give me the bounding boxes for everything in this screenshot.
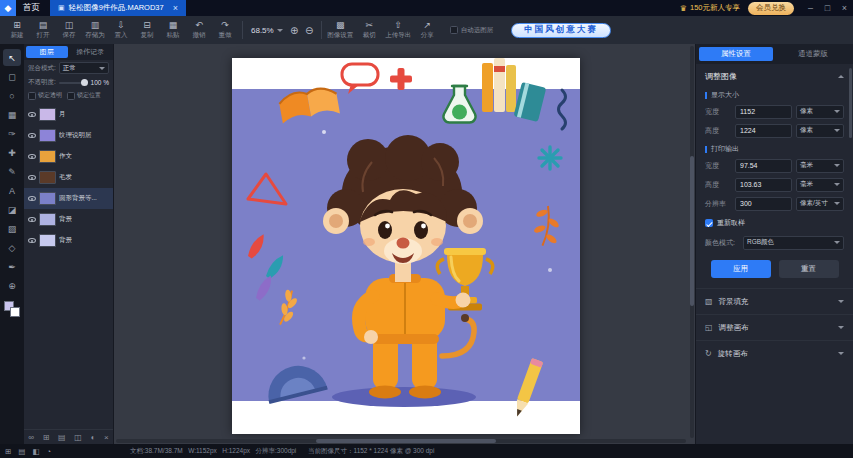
save-button[interactable]: ◫保存 <box>56 20 82 40</box>
save-as-button[interactable]: ▥存储为 <box>82 20 108 40</box>
eye-icon[interactable] <box>28 196 36 202</box>
zoom-tool[interactable]: ⊕ <box>3 277 21 294</box>
layer-row[interactable]: 背景 <box>24 230 113 251</box>
copy-button[interactable]: ⊟复制 <box>134 20 160 40</box>
move-tool[interactable]: ↖ <box>3 49 21 66</box>
layer-row[interactable]: 月 <box>24 104 113 125</box>
text-tool[interactable]: A <box>3 182 21 199</box>
zoom-in-button[interactable]: ⊕ <box>287 25 302 36</box>
eye-icon[interactable] <box>28 112 36 118</box>
layer-row[interactable]: 毛发 <box>24 167 113 188</box>
zoom-level-dropdown[interactable]: 68.5% <box>247 26 287 35</box>
maximize-button[interactable]: □ <box>819 0 836 16</box>
resolution-unit-select[interactable]: 像素/英寸 <box>796 197 844 211</box>
layer-row[interactable]: 背景 <box>24 209 113 230</box>
eye-icon[interactable] <box>28 238 36 244</box>
close-tab-icon[interactable]: × <box>173 4 178 13</box>
vertical-scrollbar[interactable] <box>690 46 694 438</box>
shape-tool[interactable]: ◇ <box>3 239 21 256</box>
delete-layer-icon[interactable]: × <box>104 433 109 442</box>
panels-icon[interactable]: ▤ <box>18 447 25 456</box>
gradient-tool[interactable]: ▨ <box>3 220 21 237</box>
add-layer-icon[interactable]: ⊞ <box>43 433 50 442</box>
display-width-unit-select[interactable]: 像素 <box>796 105 844 119</box>
eye-icon[interactable] <box>28 154 36 160</box>
print-height-unit-select[interactable]: 毫米 <box>796 178 844 192</box>
resolution-input[interactable] <box>735 197 792 211</box>
opacity-slider[interactable] <box>59 82 88 84</box>
adjust-image-section-header[interactable]: 调整图像 <box>696 64 853 86</box>
tab-channels[interactable]: 通道蒙版 <box>776 47 850 61</box>
crop-action-button[interactable]: ✂裁切 <box>355 20 384 40</box>
panel-scrollbar-thumb[interactable] <box>849 68 852 138</box>
lasso-tool[interactable]: ○ <box>3 87 21 104</box>
lock-position-checkbox[interactable] <box>67 92 75 100</box>
opacity-slider-knob[interactable] <box>81 79 88 86</box>
tab-history[interactable]: 操作记录 <box>70 46 112 58</box>
resample-toggle[interactable]: 重新取样 <box>696 213 853 233</box>
mask-layer-icon[interactable]: ◫ <box>74 433 82 442</box>
brush-tool[interactable]: ✎ <box>3 163 21 180</box>
layer-row[interactable]: 作文 <box>24 146 113 167</box>
document-tab[interactable]: ▣ 轻松图像9件作品.MAROD37 × <box>50 0 186 16</box>
tab-layers[interactable]: 图层 <box>26 46 68 58</box>
background-color-swatch[interactable] <box>10 307 20 317</box>
horizontal-scrollbar-thumb[interactable] <box>316 439 496 443</box>
redo-button[interactable]: ↷重做 <box>212 20 238 40</box>
upload-export-button[interactable]: ⇧上传导出 <box>384 20 413 40</box>
vertical-scrollbar-thumb[interactable] <box>690 156 694 306</box>
lock-transparency-toggle[interactable]: 锁定透明 <box>28 91 62 100</box>
new-button[interactable]: ⊞新建 <box>4 20 30 40</box>
display-height-input[interactable] <box>735 124 792 138</box>
resample-checkbox[interactable] <box>705 219 713 227</box>
heal-tool[interactable]: ✚ <box>3 144 21 161</box>
clock-icon[interactable]: ◔ <box>46 447 51 456</box>
minimize-button[interactable]: – <box>802 0 819 16</box>
color-swatches[interactable] <box>4 301 20 317</box>
eye-icon[interactable] <box>28 133 36 139</box>
swatch-icon[interactable]: ◧ <box>32 447 39 456</box>
print-height-input[interactable] <box>735 178 792 192</box>
eye-icon[interactable] <box>28 175 36 181</box>
place-button[interactable]: ⇩置入 <box>108 20 134 40</box>
horizontal-scrollbar[interactable] <box>116 439 686 443</box>
layer-row[interactable]: 纹理说明层 <box>24 125 113 146</box>
vip-promo[interactable]: ♛ 150元新人专享 <box>680 3 740 13</box>
eraser-tool[interactable]: ◪ <box>3 201 21 218</box>
paste-button[interactable]: ▦粘贴 <box>160 20 186 40</box>
color-mode-select[interactable]: RGB颜色 <box>743 236 844 250</box>
image-settings-button[interactable]: ▩图像设置 <box>326 20 355 40</box>
share-button[interactable]: ↗分享 <box>413 20 442 40</box>
lock-position-toggle[interactable]: 锁定位置 <box>67 91 101 100</box>
link-layer-icon[interactable]: ∞ <box>28 433 34 442</box>
auto-select-layer-toggle[interactable]: 自动选图层 <box>450 26 494 35</box>
background-fill-section[interactable]: ▧ 背景填充 <box>696 288 853 314</box>
adjust-canvas-section[interactable]: ◱ 调整画布 <box>696 314 853 340</box>
grid-icon[interactable]: ⊞ <box>5 447 11 456</box>
eyedropper-tool[interactable]: ✑ <box>3 125 21 142</box>
pen-tool[interactable]: ✒ <box>3 258 21 275</box>
crop-tool[interactable]: ▦ <box>3 106 21 123</box>
artboard[interactable] <box>232 58 580 434</box>
auto-select-checkbox[interactable] <box>450 26 458 34</box>
display-width-input[interactable] <box>735 105 792 119</box>
reset-button[interactable]: 重置 <box>779 260 839 278</box>
home-tab[interactable]: 首页 <box>16 2 50 14</box>
contest-banner[interactable]: 中国风创意大赛 <box>511 23 611 38</box>
group-layer-icon[interactable]: ▤ <box>58 433 66 442</box>
lock-transparency-checkbox[interactable] <box>28 92 36 100</box>
eye-icon[interactable] <box>28 217 36 223</box>
display-height-unit-select[interactable]: 像素 <box>796 124 844 138</box>
rotate-canvas-section[interactable]: ↻ 旋转画布 <box>696 340 853 366</box>
zoom-out-button[interactable]: ⊖ <box>302 25 317 36</box>
undo-button[interactable]: ↶撤销 <box>186 20 212 40</box>
close-button[interactable]: × <box>836 0 853 16</box>
marquee-tool[interactable]: ◻ <box>3 68 21 85</box>
adjust-layer-icon[interactable]: ◐ <box>90 433 95 442</box>
tab-properties[interactable]: 属性设置 <box>699 47 773 61</box>
apply-button[interactable]: 应用 <box>711 260 771 278</box>
layer-row-selected[interactable]: 圆形背景等... <box>24 188 113 209</box>
print-width-unit-select[interactable]: 毫米 <box>796 159 844 173</box>
redeem-button[interactable]: 会员兑换 <box>748 2 794 15</box>
blend-mode-select[interactable]: 正常 <box>59 62 109 74</box>
